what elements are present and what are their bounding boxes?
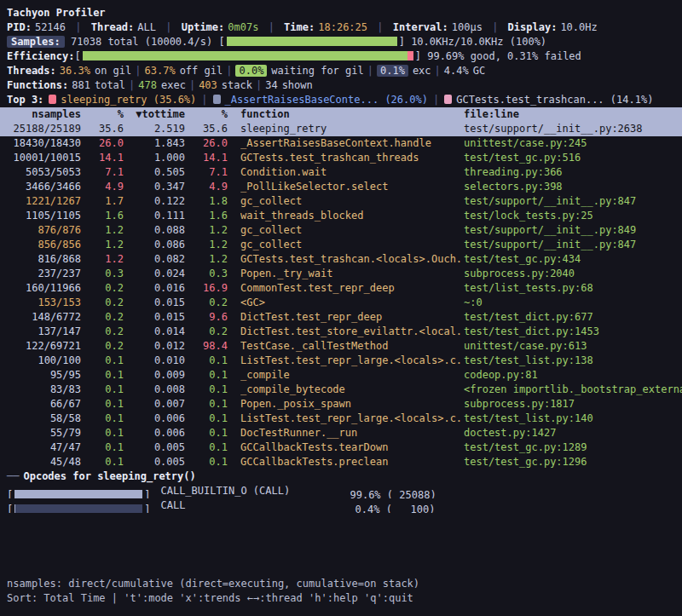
interval-value: 100μs	[452, 21, 483, 33]
row-file-line: <frozen importlib._bootstrap_externa	[464, 383, 682, 397]
row-nsamples: 47/47	[7, 440, 81, 455]
row-pct-cumulative: 9.6	[185, 310, 228, 325]
table-row[interactable]: 95/95 0.1 0.009 0.1 _compile codeop.py:8…	[0, 368, 682, 383]
row-function: _compile_bytecode	[240, 383, 464, 397]
row-nsamples: 58/58	[7, 412, 81, 426]
table-row[interactable]: 83/83 0.1 0.008 0.1 _compile_bytecode <f…	[0, 383, 682, 397]
row-nsamples: 237/237	[7, 267, 81, 281]
row-file-line: test/test_dict.py:1453	[464, 325, 682, 339]
top-function[interactable]: _AssertRaisesBaseConte... (26.0%)|	[211, 94, 443, 106]
table-row[interactable]: 876/876 1.2 0.088 1.2 gc_collect test/su…	[0, 223, 682, 238]
row-nsamples: 95/95	[7, 368, 81, 383]
row-pct-direct: 4.9	[81, 180, 124, 194]
separator: |	[269, 21, 275, 33]
table-row[interactable]: 856/856 1.2 0.086 1.2 gc_collect test/su…	[0, 238, 682, 252]
bar-bracket-right: ]	[144, 504, 150, 513]
row-function: _compile	[240, 368, 464, 383]
thread-stat-value: 0.0%	[235, 65, 267, 77]
bar-bracket-right: ]	[415, 50, 421, 62]
function-stat: 403stack|	[199, 79, 265, 91]
row-function: GCTests.test_trashcan_threads	[240, 151, 464, 165]
thread-stat-text: waiting for gil	[271, 65, 363, 77]
table-row[interactable]: 160/11966 0.2 0.016 16.9 CommonTest.test…	[0, 281, 682, 296]
table-row[interactable]: 816/868 1.2 0.082 1.2 GCTests.test_trash…	[0, 252, 682, 267]
row-pct-cumulative: 0.1	[185, 354, 228, 368]
row-nsamples: 1105/1105	[7, 209, 81, 223]
table-row[interactable]: 5053/5053 7.1 0.505 7.1 Condition.wait t…	[0, 165, 682, 180]
row-pct-direct: 0.3	[81, 267, 124, 281]
col-file-line[interactable]: file:line	[464, 107, 682, 122]
footer: nsamples: direct/cumulative (direct=exec…	[0, 577, 682, 606]
rank-icon	[213, 95, 221, 104]
row-function: TestCase._callTestMethod	[240, 339, 464, 354]
row-pct-cumulative: 0.1	[185, 397, 228, 412]
col-tottime-sorted[interactable]: ▼tottime	[124, 107, 185, 122]
row-tottime: 0.015	[124, 310, 185, 325]
table-row[interactable]: 47/47 0.1 0.005 0.1 GCCallbackTests.tear…	[0, 440, 682, 455]
col-pct-direct[interactable]: %	[81, 107, 124, 122]
table-row[interactable]: 1105/1105 1.6 0.111 1.6 wait_threads_blo…	[0, 209, 682, 223]
table-row-selected[interactable]: 25188/25189 35.6 2.519 35.6 sleeping_ret…	[0, 122, 682, 136]
row-pct-cumulative: 0.1	[185, 412, 228, 426]
table-row[interactable]: 10001/10015 14.1 1.000 14.1 GCTests.test…	[0, 151, 682, 165]
function-stat: 478exec|	[138, 79, 199, 91]
row-pct-cumulative: 4.9	[185, 180, 228, 194]
separator: |	[129, 79, 135, 91]
top-function-name: _AssertRaisesBaseConte... (26.0%)	[225, 94, 428, 106]
row-pct-cumulative: 35.6	[185, 122, 228, 136]
thread-stat: 63.7%off gil|	[145, 65, 236, 77]
efficiency-summary: 99.69% good, 0.31% failed	[427, 50, 581, 62]
table-row[interactable]: 58/58 0.1 0.006 0.1 ListTest.test_repr_l…	[0, 412, 682, 426]
row-nsamples: 816/868	[7, 252, 81, 267]
table-row[interactable]: 237/237 0.3 0.024 0.3 Popen._try_wait su…	[0, 267, 682, 281]
table-row[interactable]: 3466/3466 4.9 0.347 4.9 _PollLikeSelecto…	[0, 180, 682, 194]
top3-list: sleeping_retry (35.6%)|_AssertRaisesBase…	[47, 94, 662, 106]
row-tottime: 0.007	[124, 397, 185, 412]
table-row[interactable]: 66/67 0.1 0.007 0.1 Popen._posix_spawn s…	[0, 397, 682, 412]
col-pct-cumulative[interactable]: %	[185, 107, 228, 122]
rank-icon	[49, 95, 56, 104]
row-pct-cumulative: 0.2	[185, 296, 228, 310]
table-row[interactable]: 122/69721 0.2 0.012 98.4 TestCase._callT…	[0, 339, 682, 354]
thread-stat-value: 4.4%	[444, 65, 469, 77]
row-pct-direct: 35.6	[81, 122, 124, 136]
thread-value[interactable]: ALL	[137, 21, 156, 33]
row-pct-direct: 0.1	[81, 368, 124, 383]
row-tottime: 0.015	[124, 296, 185, 310]
thread-stat-text: off gil	[180, 65, 223, 77]
table-row[interactable]: 148/6772 0.2 0.015 9.6 DictTest.test_rep…	[0, 310, 682, 325]
profiler-screen: Tachyon Profiler PID:52146 | Thread:ALL …	[0, 0, 682, 616]
table-row[interactable]: 137/147 0.2 0.014 0.2 DictTest.test_stor…	[0, 325, 682, 339]
col-function[interactable]: function	[240, 107, 464, 122]
row-tottime: 0.347	[124, 180, 185, 194]
row-tottime: 0.088	[124, 223, 185, 238]
top-function[interactable]: sleeping_retry (35.6%)|	[47, 94, 211, 106]
separator: |	[433, 94, 439, 106]
table-row[interactable]: 55/79 0.1 0.006 0.1 DocTestRunner.__run …	[0, 426, 682, 440]
row-tottime: 1.843	[124, 136, 185, 151]
bar-bracket-left: [	[218, 36, 224, 48]
row-pct-direct: 0.1	[81, 440, 124, 455]
samples-rate-bar	[227, 37, 397, 46]
row-function: Condition.wait	[240, 165, 464, 180]
row-file-line: subprocess.py:2040	[464, 267, 682, 281]
row-pct-direct: 1.7	[81, 194, 124, 209]
bar-bracket-left: [	[7, 489, 13, 498]
top-function-name: GCTests.test_trashcan... (14.1%)	[456, 94, 653, 106]
table-row[interactable]: 18430/18430 26.0 1.843 26.0 _AssertRaise…	[0, 136, 682, 151]
row-tottime: 1.000	[124, 151, 185, 165]
bar-bracket-left: [	[7, 504, 13, 513]
table-row[interactable]: 153/153 0.2 0.015 0.2 <GC> ~:0	[0, 296, 682, 310]
separator: |	[226, 65, 232, 77]
row-nsamples: 153/153	[7, 296, 81, 310]
row-pct-cumulative: 1.2	[185, 238, 228, 252]
row-pct-direct: 1.6	[81, 209, 124, 223]
row-function: _PollLikeSelector.select	[240, 180, 464, 194]
functions-stats: 881total|478exec|403stack|34shown	[72, 79, 320, 91]
table-row[interactable]: 45/48 0.1 0.005 0.1 GCCallbackTests.prec…	[0, 455, 682, 469]
table-row[interactable]: 1221/1267 1.7 0.122 1.8 gc_collect test/…	[0, 194, 682, 209]
row-pct-cumulative: 1.2	[185, 252, 228, 267]
col-nsamples[interactable]: nsamples	[7, 107, 81, 122]
top-function[interactable]: GCTests.test_trashcan... (14.1%)	[442, 94, 662, 106]
table-row[interactable]: 100/100 0.1 0.010 0.1 ListTest.test_repr…	[0, 354, 682, 368]
